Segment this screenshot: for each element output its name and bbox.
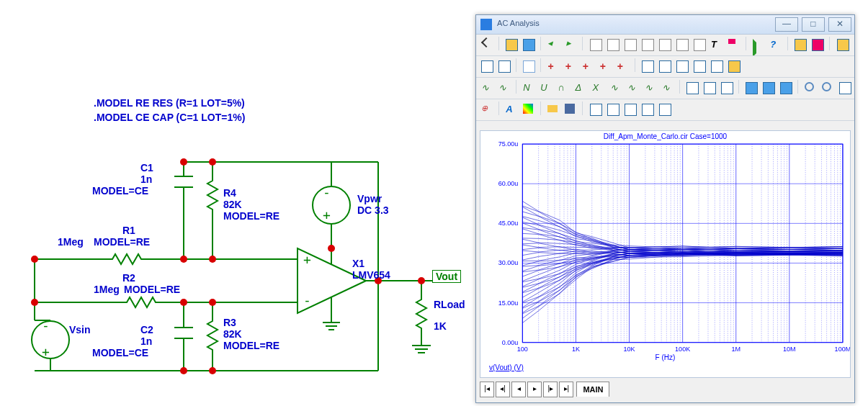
align-l-icon[interactable]: [684, 80, 699, 95]
chart-ylabel[interactable]: v(Vout) (V): [489, 364, 524, 371]
layer3-icon[interactable]: [778, 80, 793, 95]
tool-d-icon[interactable]: [852, 37, 854, 52]
chart-xlabel: F (Hz): [656, 353, 676, 361]
svg-point-32: [32, 321, 69, 358]
layer1-icon[interactable]: [743, 80, 759, 95]
plot-opt2-icon[interactable]: [605, 37, 620, 52]
r3-model: MODEL=RE: [223, 340, 279, 351]
zoom-in-icon[interactable]: [802, 80, 818, 95]
wave9-icon[interactable]: ∿: [625, 80, 640, 95]
tb4-e-icon[interactable]: [657, 102, 672, 117]
cursor-icon[interactable]: [479, 37, 494, 52]
folder-icon[interactable]: [545, 102, 560, 117]
c2-model: MODEL=CE: [92, 347, 148, 358]
cursor-e-icon[interactable]: +: [615, 58, 630, 73]
plot-opt1-icon[interactable]: [588, 37, 603, 52]
wave10-icon[interactable]: ∿: [643, 80, 658, 95]
chart-svg: 0.00u15.00u30.00u45.00u60.00u75.00u1001K…: [480, 131, 850, 377]
3d-icon[interactable]: [521, 37, 536, 52]
maximize-button[interactable]: □: [802, 17, 825, 32]
text-icon[interactable]: T: [709, 37, 724, 52]
svg-point-6: [313, 186, 350, 224]
zoom-out-icon[interactable]: [820, 80, 835, 95]
wave4-icon[interactable]: U: [538, 80, 553, 95]
nav-next-icon[interactable]: ▸: [527, 382, 542, 397]
c1-name: C1: [140, 162, 153, 173]
svg-text:-: -: [42, 317, 50, 333]
sel-all-icon[interactable]: [479, 58, 494, 73]
wave6-icon[interactable]: Δ: [573, 80, 588, 95]
nav-prev-icon[interactable]: ◂: [511, 382, 526, 397]
align-r-icon[interactable]: [719, 80, 734, 95]
grid-icon[interactable]: [496, 58, 511, 73]
back-icon[interactable]: ◂: [545, 37, 560, 52]
nav-prev2-icon[interactable]: ◂|: [496, 382, 510, 397]
cursor-b-icon[interactable]: +: [563, 58, 578, 73]
wave11-icon[interactable]: ∿: [660, 80, 675, 95]
cursor-a-icon[interactable]: +: [545, 58, 560, 73]
wave7-icon[interactable]: X: [590, 80, 605, 95]
rload-name: RLoad: [434, 299, 465, 310]
marker-icon[interactable]: ⊕: [479, 102, 494, 117]
nav-last-icon[interactable]: ▸|: [559, 382, 573, 397]
align-c-icon[interactable]: [702, 80, 717, 95]
cursor-c-icon[interactable]: +: [580, 58, 595, 73]
tb2-e-icon[interactable]: [709, 58, 724, 73]
tb4-b-icon[interactable]: [605, 102, 620, 117]
tool-c-icon[interactable]: [835, 37, 850, 52]
tool-b-icon[interactable]: [810, 37, 825, 52]
tb2-c-icon[interactable]: [674, 58, 689, 73]
nav-next2-icon[interactable]: |▸: [543, 382, 558, 397]
run-icon[interactable]: [751, 37, 766, 52]
wave3-icon[interactable]: N: [521, 80, 536, 95]
tb2-d-icon[interactable]: [692, 58, 707, 73]
svg-point-47: [209, 256, 216, 263]
close-button[interactable]: ✕: [828, 17, 851, 32]
tab-main[interactable]: MAIN: [576, 382, 609, 397]
font-a-icon[interactable]: A: [504, 102, 519, 117]
x1-name: X1: [352, 258, 364, 269]
minimize-button[interactable]: —: [775, 17, 798, 32]
r4-name: R4: [223, 187, 236, 199]
layer2-icon[interactable]: [761, 80, 776, 95]
tb4-a-icon[interactable]: [588, 102, 603, 117]
wave2-icon[interactable]: ∿: [496, 80, 511, 95]
color-icon[interactable]: [521, 102, 536, 117]
zoom-fit-icon[interactable]: [837, 80, 852, 95]
plot-opt5-icon[interactable]: [657, 37, 672, 52]
cursor-d-icon[interactable]: +: [598, 58, 613, 73]
wave8-icon[interactable]: ∿: [608, 80, 623, 95]
output-icon[interactable]: [504, 37, 519, 52]
r3-val: 82K: [223, 328, 242, 340]
plot-opt4-icon[interactable]: [640, 37, 655, 52]
plot-opt6-icon[interactable]: [674, 37, 689, 52]
svg-point-49: [209, 299, 216, 306]
plot-opt3-icon[interactable]: [622, 37, 637, 52]
tb2-a-icon[interactable]: [640, 58, 655, 73]
c2-val: 1n: [140, 335, 152, 347]
help-icon[interactable]: ?: [768, 37, 783, 52]
titlebar[interactable]: AC Analysis — □ ✕: [476, 15, 854, 35]
flag-icon[interactable]: [726, 37, 741, 52]
save-icon[interactable]: [563, 102, 578, 117]
svg-point-51: [209, 367, 216, 374]
nav-first-icon[interactable]: |◂: [480, 382, 494, 397]
plot-opt7-icon[interactable]: [692, 37, 707, 52]
props-icon[interactable]: [521, 58, 536, 73]
tb2-b-icon[interactable]: [657, 58, 672, 73]
tool-a-icon[interactable]: [792, 37, 807, 52]
tb2-f-icon[interactable]: [726, 58, 741, 73]
chart-area[interactable]: 0.00u15.00u30.00u45.00u60.00u75.00u1001K…: [480, 130, 851, 378]
wave1-icon[interactable]: ∿: [479, 80, 494, 95]
wave5-icon[interactable]: ∩: [555, 80, 571, 95]
forward-icon[interactable]: ▸: [563, 37, 578, 52]
r4-val: 82K: [223, 199, 242, 210]
svg-text:10M: 10M: [783, 346, 796, 353]
svg-point-46: [180, 256, 187, 263]
status-bar: |◂ ◂| ◂ ▸ |▸ ▸| MAIN: [480, 382, 609, 399]
tb4-c-icon[interactable]: [622, 102, 637, 117]
c1-model: MODEL=CE: [92, 185, 148, 197]
svg-text:1K: 1K: [572, 346, 580, 353]
model-line-2: .MODEL CE CAP (C=1 LOT=1%): [94, 112, 245, 123]
tb4-d-icon[interactable]: [640, 102, 655, 117]
